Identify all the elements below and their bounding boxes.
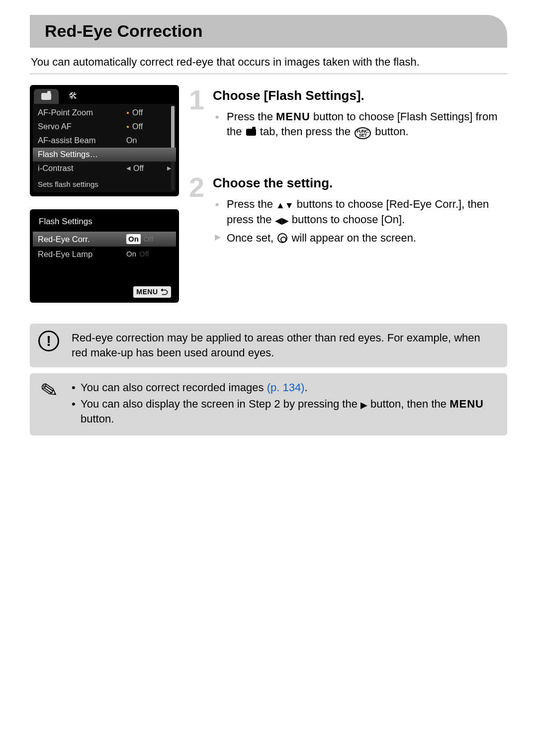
step-heading: Choose [Flash Settings]. xyxy=(213,87,507,104)
menu-item-value: Off xyxy=(132,121,143,132)
tab-shooting-icon xyxy=(34,89,59,104)
on-dot-icon: ● xyxy=(126,109,129,116)
menu-item: AF-assist Beam On xyxy=(33,134,176,148)
value-on: On xyxy=(126,249,136,259)
menu-item-label: AF-Point Zoom xyxy=(38,107,126,118)
menu-button-label: MENU xyxy=(449,398,484,410)
on-dot-icon: ● xyxy=(126,123,129,130)
menu-item-label: AF-assist Beam xyxy=(38,135,126,146)
flash-settings-screenshot: Flash Settings Red-Eye Corr. On Off Red-… xyxy=(30,209,179,303)
camera-icon xyxy=(41,93,51,100)
menu-item-value: On xyxy=(126,135,137,146)
menu-label: MENU xyxy=(136,287,158,297)
step-number: 1 xyxy=(189,81,204,119)
step-heading: Choose the setting. xyxy=(213,174,507,192)
step-number: 2 xyxy=(189,168,204,206)
value-on: On xyxy=(126,234,141,244)
note-icon: ✎ xyxy=(37,380,61,401)
note-bullet: You can also display the screen in Step … xyxy=(72,397,497,426)
value-off: Off xyxy=(139,249,149,259)
arrow-left-icon: ◀ xyxy=(126,165,130,172)
tools-icon: 🛠 xyxy=(69,90,78,102)
menu-item: Servo AF ●Off xyxy=(33,120,176,134)
step-result: Once set, will appear on the screen. xyxy=(213,231,507,246)
step-instruction: Press the ▲▼ buttons to choose [Red-Eye … xyxy=(213,197,507,228)
camera-menu-screenshot: 🛠 AF-Point Zoom ●Off Servo AF ●Off AF-as… xyxy=(30,85,179,196)
flash-item: Red-Eye Lamp On Off xyxy=(33,247,176,261)
menu-item-label: Red-Eye Lamp xyxy=(38,249,126,259)
tab-tools-icon: 🛠 xyxy=(61,89,86,104)
value-off: Off xyxy=(144,234,154,244)
menu-item: AF-Point Zoom ●Off xyxy=(33,106,176,120)
camera-tab-icon xyxy=(246,129,256,136)
section-title-bar: Red-Eye Correction xyxy=(30,15,507,48)
up-down-arrows-icon: ▲▼ xyxy=(276,200,294,210)
undo-icon: ⮌ xyxy=(160,287,169,298)
flash-item-selected: Red-Eye Corr. On Off xyxy=(33,232,176,247)
caution-callout: ! Red-eye correction may be applied to a… xyxy=(30,324,507,367)
step-2: 2 Choose the setting. Press the ▲▼ butto… xyxy=(193,174,507,246)
menu-item-value: Off xyxy=(132,107,143,118)
divider xyxy=(30,74,507,74)
menu-item-label: Servo AF xyxy=(38,121,126,132)
page-reference-link[interactable]: (p. 134) xyxy=(267,381,305,394)
caution-text: Red-eye correction may be applied to are… xyxy=(72,331,497,360)
menu-item: i-Contrast ◀Off▶ xyxy=(33,162,176,175)
left-right-arrows-icon: ◀▶ xyxy=(275,216,289,226)
right-arrow-icon: ▶ xyxy=(360,400,367,410)
menu-button-label: MENU xyxy=(276,110,310,123)
menu-item-label: Flash Settings… xyxy=(38,149,126,160)
menu-item-label: Red-Eye Corr. xyxy=(38,234,126,245)
menu-back-badge: MENU⮌ xyxy=(133,286,171,298)
menu-item-selected: Flash Settings… xyxy=(33,148,176,162)
flash-settings-title: Flash Settings xyxy=(33,212,176,232)
arrow-right-icon: ▶ xyxy=(167,165,171,172)
menu-hint: Sets flash settings xyxy=(33,175,176,190)
intro-text: You can automatically correct red-eye th… xyxy=(31,55,506,70)
note-bullet: You can also correct recorded images (p.… xyxy=(72,380,497,395)
caution-icon: ! xyxy=(37,331,61,351)
menu-item-label: i-Contrast xyxy=(38,163,126,173)
note-callout: ✎ You can also correct recorded images (… xyxy=(30,373,507,435)
step-instruction: Press the MENU button to choose [Flash S… xyxy=(213,109,507,140)
redeye-indicator-icon xyxy=(277,233,287,243)
step-1: 1 Choose [Flash Settings]. Press the MEN… xyxy=(193,87,507,140)
menu-item-value: Off xyxy=(133,163,144,174)
section-title: Red-Eye Correction xyxy=(45,20,492,43)
func-set-button-icon: FUNC.SET xyxy=(355,127,371,139)
